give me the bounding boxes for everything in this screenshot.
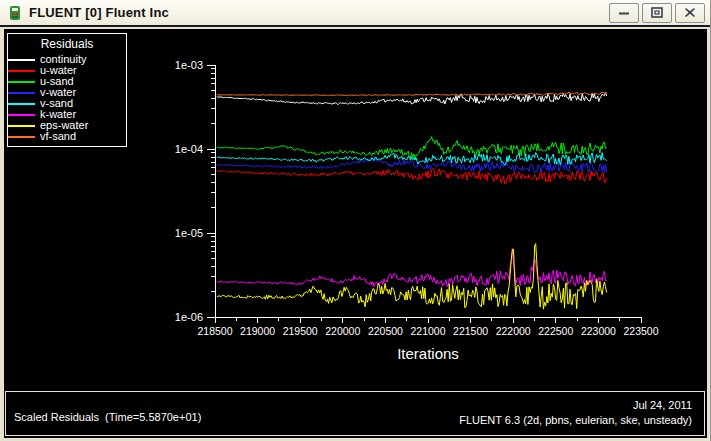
- fluent-window: FLUENT [0] Fluent Inc 1: [0, 0, 711, 441]
- y-tick-label: 1e-03: [175, 59, 203, 71]
- plot-area: 1e-031e-041e-051e-0621850021900021950022…: [4, 29, 707, 438]
- status-solver: FLUENT 6.3 (2d, pbns, eulerian, ske, uns…: [459, 413, 692, 428]
- x-tick-label: 223500: [623, 325, 658, 337]
- x-tick-label: 220500: [368, 325, 403, 337]
- legend-swatch-eps-water: [8, 125, 35, 127]
- titlebar[interactable]: FLUENT [0] Fluent Inc: [0, 0, 710, 27]
- series-line-continuity: [217, 93, 607, 105]
- legend-swatch-v-water: [8, 92, 35, 94]
- series-line-u-water: [217, 168, 607, 184]
- window-title: FLUENT [0] Fluent Inc: [29, 5, 169, 20]
- x-tick-label: 221000: [410, 325, 445, 337]
- legend-swatch-v-sand: [8, 103, 35, 105]
- x-tick-label: 218500: [197, 325, 232, 337]
- legend-title: Residuals: [8, 37, 126, 51]
- window-controls: [609, 3, 705, 23]
- x-tick-label: 219000: [240, 325, 275, 337]
- legend-swatch-continuity: [8, 59, 35, 61]
- app-icon: [7, 5, 23, 21]
- x-axis-label: Iterations: [397, 345, 459, 362]
- close-icon: [684, 7, 696, 18]
- x-tick-label: 222500: [538, 325, 573, 337]
- status-app-info: Jul 24, 2011 FLUENT 6.3 (2d, pbns, euler…: [459, 398, 692, 428]
- legend-rows: continuityu-wateru-sandv-waterv-sandk-wa…: [8, 54, 126, 142]
- y-tick-label: 1e-06: [175, 311, 203, 323]
- x-tick-label: 220000: [325, 325, 360, 337]
- x-tick-label: 223000: [581, 325, 616, 337]
- close-button[interactable]: [675, 3, 705, 23]
- legend-swatch-u-water: [8, 70, 35, 72]
- legend-label: vf-sand: [40, 131, 76, 142]
- status-box: Scaled Residuals (Time=5.5870e+01) Jul 2…: [5, 391, 705, 436]
- status-date: Jul 24, 2011: [459, 398, 692, 413]
- legend-item-vf-sand: vf-sand: [8, 131, 126, 142]
- legend-swatch-vf-sand: [8, 136, 35, 138]
- x-tick-label: 222000: [496, 325, 531, 337]
- x-tick-label: 219500: [283, 325, 318, 337]
- y-tick-label: 1e-05: [175, 227, 203, 239]
- y-tick-label: 1e-04: [175, 143, 203, 155]
- legend-swatch-u-sand: [8, 81, 35, 83]
- maximize-button[interactable]: [642, 3, 672, 23]
- maximize-icon: [651, 7, 663, 18]
- x-tick-label: 221500: [453, 325, 488, 337]
- status-caption: Scaled Residuals (Time=5.5870e+01): [14, 411, 201, 423]
- minimize-button[interactable]: [609, 3, 639, 23]
- legend-box: Residuals continuityu-wateru-sandv-water…: [7, 33, 127, 147]
- legend-swatch-k-water: [8, 114, 35, 116]
- minimize-icon: [618, 8, 630, 18]
- series-lines: [217, 92, 607, 309]
- series-line-k-water: [217, 248, 607, 286]
